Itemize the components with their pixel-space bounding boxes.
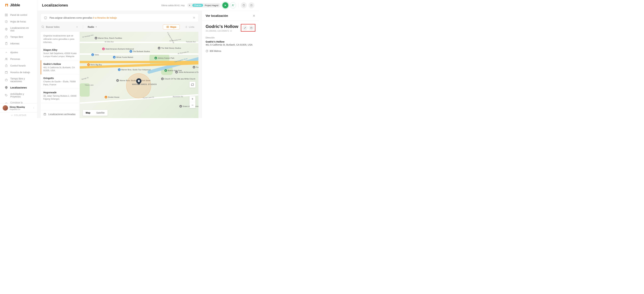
map-poi[interactable]: ●Church Of The Hills aka White Church (161, 77, 195, 80)
nav: Panel de control Hojas de horas Localiza… (0, 10, 37, 103)
svg-rect-6 (5, 36, 8, 38)
last-exit: Última salida 08:42, Hoy (161, 4, 185, 7)
clock-icon (5, 20, 8, 23)
logo-text: Jibble (10, 3, 20, 7)
map-poi[interactable]: ●Grave of Jeff Porcaro (179, 105, 198, 108)
nav-localizaciones[interactable]: Localizaciones (0, 84, 37, 91)
locations-panel: Organiza localizaciones que se utilizará… (41, 32, 80, 118)
nav-control-horario[interactable]: Control horario (0, 62, 37, 69)
search-input[interactable] (46, 26, 69, 28)
play-icon (189, 4, 191, 6)
location-item[interactable]: Diagon Alley Susur Jalil Sejahtera, 4330… (41, 46, 80, 60)
collapse-button[interactable]: COLAPSAR (0, 112, 37, 118)
detail-actions-highlight (241, 24, 256, 32)
map-type-map[interactable]: Map (83, 110, 93, 116)
archive-icon (250, 27, 252, 29)
nav-label: Tiempo libre y vacaciones (10, 77, 32, 83)
radio-filter[interactable]: Radio (88, 26, 97, 28)
user-block[interactable]: Ginny Weasley Hogwarts Co (0, 103, 37, 112)
nav-label: Horarios de trabajo (10, 71, 30, 74)
map-poi[interactable]: ●Whole Foods Market (113, 56, 133, 59)
add-person-button[interactable] (230, 2, 236, 8)
nav-localizaciones-en-vivo[interactable]: Localizaciones en vivo (0, 25, 37, 34)
zoom-controls: + − (190, 96, 196, 108)
nav-label: Localizaciones en vivo (10, 27, 32, 32)
nav-label: Tiempo libre (10, 36, 23, 38)
detail-close-button[interactable]: ✕ (252, 14, 256, 18)
map-type-satellite[interactable]: Satellite (93, 110, 108, 116)
map-poi[interactable]: ●The Burbank Studios (130, 50, 150, 53)
briefcase-icon (5, 35, 8, 39)
project-name: Project Hagrid (205, 4, 218, 7)
nav-hojas-de-horas[interactable]: Hojas de horas (0, 18, 37, 25)
detail-location-name: Godric's Hollow (206, 24, 238, 29)
archived-locations[interactable]: Localizaciones archivadas (41, 110, 80, 118)
edit-button[interactable] (242, 25, 248, 31)
banner-link[interactable]: Ir a Horarios de trabajo (93, 17, 117, 19)
info-icon (44, 16, 47, 20)
locations-list[interactable]: Diagon Alley Susur Jalil Sejahtera, 4330… (41, 46, 80, 110)
map-poi[interactable]: ●Vons (91, 53, 99, 56)
clipboard-icon (5, 42, 8, 45)
location-item[interactable]: Gringotts Charles de Gaulle – Étoile, 75… (41, 74, 80, 89)
svg-point-13 (6, 87, 7, 88)
location-item[interactable]: Hogsmeade 30, Jalan Taming Mutiara 2, 43… (41, 89, 80, 103)
view-list-button[interactable]: Lista (181, 25, 198, 30)
view-map-button[interactable]: Mapa (163, 25, 180, 30)
map-poi[interactable]: ●Bob's Big Boy (87, 63, 102, 66)
map-poi[interactable]: ●Hotel Amarano Burbank-Hollywood (102, 48, 134, 50)
nav-panel-de-control[interactable]: Panel de control (0, 12, 37, 18)
page-title: Localizaciones (42, 3, 68, 8)
nav-tiempo-libre-vacaciones[interactable]: Tiempo libre y vacaciones (0, 76, 37, 84)
help-button[interactable] (241, 2, 247, 8)
map-poi[interactable]: ●Warner Bros. Ranch Facilities (95, 37, 122, 39)
zoom-in-button[interactable]: + (190, 96, 196, 102)
nav-actividades-proyectos[interactable]: Actividades y Proyectos (0, 91, 37, 100)
map-poi[interactable]: ●Warner Bros. Studio Tour Hollywood (118, 68, 150, 71)
svg-rect-11 (5, 72, 8, 74)
main: Localizaciones Última salida 08:42, Hoy … (37, 0, 259, 118)
location-item[interactable]: Godric's Hollow 461 S California St, Bur… (41, 60, 80, 74)
nav-consigue-app[interactable]: Consigue la aplicación (0, 100, 37, 103)
svg-rect-7 (6, 42, 7, 45)
svg-point-20 (42, 26, 44, 28)
detail-head-title: Ver localización (206, 14, 228, 18)
detail-panel: Ver localización ✕ Godric's Hollow 34.14… (202, 11, 259, 118)
svg-point-8 (6, 58, 6, 59)
archive-icon (43, 113, 46, 116)
svg-point-16 (232, 5, 233, 5)
map-poi[interactable]: ●Johnny Carson Park (154, 57, 174, 59)
map-layers-button[interactable] (190, 82, 196, 88)
map-poi[interactable]: ●Smoke House (104, 96, 120, 98)
nav-informes[interactable]: Informes (0, 40, 37, 47)
dashboard-icon (5, 13, 8, 17)
map-poi[interactable]: ●The Walt Disney Studios (158, 47, 181, 49)
banner-close[interactable]: ✕ (193, 16, 195, 20)
chevron-up-icon (5, 51, 8, 54)
map-poi[interactable]: ●Forest Lawn (193, 66, 198, 69)
timer-chip[interactable]: Charms Project Hagrid (187, 3, 221, 8)
nav-personas[interactable]: Personas (0, 56, 37, 62)
nav-horarios-de-trabajo[interactable]: Horarios de trabajo (0, 69, 37, 76)
nav-ajustes[interactable]: Ajustes (0, 49, 37, 56)
pencil-icon (244, 27, 246, 29)
radius-icon (206, 50, 208, 52)
zoom-out-button[interactable]: − (190, 102, 196, 108)
nav-tiempo-libre[interactable]: Tiempo libre (0, 34, 37, 40)
svg-point-21 (231, 31, 231, 31)
address-full: 461 S California St, Burbank, CA 91505, … (206, 43, 256, 46)
suitcase-icon (5, 78, 8, 82)
nav-label: Personas (10, 58, 20, 60)
map-poi[interactable]: ●Junior Achievement of Southern Californ… (175, 71, 198, 74)
nav-label: Control horario (10, 64, 26, 67)
logo[interactable]: Jibble (0, 0, 37, 10)
chevron-down-icon[interactable] (76, 26, 78, 28)
map-canvas[interactable]: W Verdugo Ave W Olive Ave W Alameda Ave … (80, 32, 198, 118)
notifications-button[interactable] (248, 2, 254, 8)
archive-button[interactable] (248, 25, 254, 31)
timer-icon (5, 64, 8, 67)
banner-text: Para asignar ubicaciones como geovallas … (50, 17, 117, 19)
clock-in-button[interactable] (222, 2, 228, 8)
logo-icon (5, 3, 9, 7)
svg-point-14 (6, 95, 6, 95)
